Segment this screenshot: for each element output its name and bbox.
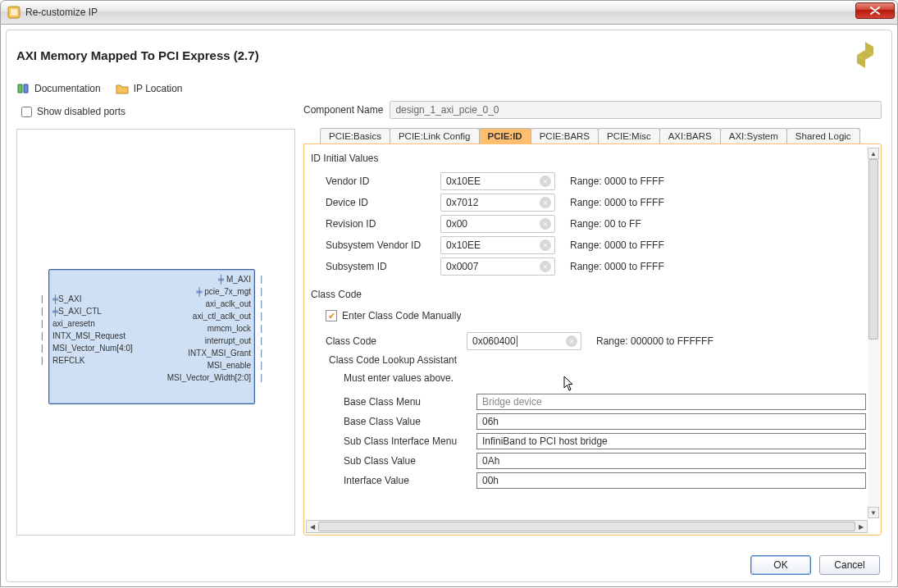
vendor-logo-icon — [849, 39, 882, 71]
id-label: Device ID — [326, 197, 440, 208]
tab-pcie-link-config[interactable]: PCIE:Link Config — [390, 128, 480, 144]
show-disabled-ports-checkbox[interactable] — [21, 107, 32, 117]
id-row: Subsystem ID0x0007×Range: 0000 to FFFF — [326, 256, 866, 277]
dialog-footer: OK Cancel — [750, 555, 880, 575]
show-disabled-ports-row: Show disabled ports — [16, 101, 295, 122]
id-value: 0x00 — [446, 218, 467, 230]
id-field[interactable]: 0x10EE× — [440, 172, 555, 190]
tab-pcie-misc[interactable]: PCIE:Misc — [598, 128, 660, 144]
window-close-button[interactable] — [855, 2, 895, 19]
vertical-scrollbar[interactable]: ▲ ▼ — [868, 148, 879, 518]
assistant-note: Must enter values above. — [344, 372, 866, 384]
assistant-value[interactable]: 06h — [476, 413, 866, 430]
horizontal-scrollbar[interactable]: ◀ ▶ — [306, 520, 868, 533]
id-range: Range: 00 to FF — [570, 218, 641, 230]
assistant-value[interactable]: Bridge device — [476, 394, 866, 410]
id-field[interactable]: 0x10EE× — [440, 236, 555, 254]
id-range: Range: 0000 to FFFF — [570, 175, 664, 187]
ip-block: ╪ M_AXI ╪ pcie_7x_mgt axi_aclk_out axi_c… — [48, 269, 255, 404]
assistant-value[interactable]: InfiniBand to PCI host bridge — [476, 433, 866, 449]
scroll-track[interactable] — [868, 159, 879, 507]
assistant-value[interactable]: 00h — [476, 472, 866, 489]
class-code-label: Class Code — [326, 335, 467, 347]
class-code-field[interactable]: 0x060400 × — [467, 332, 581, 350]
id-row: Device ID0x7012×Range: 0000 to FFFF — [326, 192, 866, 213]
port-out: ╪ pcie_7x_mgt — [196, 287, 251, 296]
documentation-link[interactable]: Documentation — [34, 83, 101, 94]
port-in: INTX_MSI_Request — [52, 331, 125, 340]
id-value: 0x10EE — [446, 175, 481, 187]
cancel-button[interactable]: Cancel — [819, 555, 880, 575]
id-value: 0x10EE — [446, 239, 481, 251]
folder-icon — [116, 83, 129, 94]
scroll-thumb[interactable] — [868, 159, 878, 340]
assistant-value[interactable]: 0Ah — [476, 453, 866, 469]
port-out: ╪ M_AXI — [218, 275, 251, 284]
component-name-row: Component Name design_1_axi_pcie_0_0 — [303, 101, 882, 119]
docbar: Documentation IP Location — [16, 83, 882, 94]
dialog-panel: AXI Memory Mapped To PCI Express (2.7) D… — [6, 30, 892, 582]
enter-class-code-checkbox[interactable] — [326, 310, 337, 321]
tab-pcie-bars[interactable]: PCIE:BARS — [531, 128, 599, 144]
id-field[interactable]: 0x00× — [440, 215, 555, 233]
clear-icon[interactable]: × — [540, 197, 551, 208]
tab-pcie-basics[interactable]: PCIE:Basics — [320, 128, 390, 144]
component-name-label: Component Name — [303, 104, 383, 116]
app-icon — [7, 6, 21, 19]
class-code-assistant: Must enter values above. Base Class Menu… — [329, 372, 866, 490]
hscroll-track[interactable] — [318, 521, 855, 532]
id-value: 0x7012 — [446, 197, 478, 208]
id-label: Subsystem Vendor ID — [326, 239, 440, 251]
scroll-left-icon[interactable]: ◀ — [307, 521, 318, 532]
class-code-range: Range: 000000 to FFFFFF — [596, 335, 713, 347]
window-title: Re-customize IP — [25, 7, 98, 18]
port-out: axi_ctl_aclk_out — [193, 312, 251, 321]
port-in: REFCLK — [52, 356, 84, 365]
clear-icon[interactable]: × — [540, 218, 551, 230]
tab-shared-logic[interactable]: Shared Logic — [786, 128, 860, 144]
tab-pcie-id[interactable]: PCIE:ID — [479, 128, 531, 144]
assistant-row: Interface Value00h — [329, 471, 866, 490]
show-disabled-ports-label: Show disabled ports — [37, 106, 125, 117]
scroll-right-icon[interactable]: ▶ — [855, 521, 867, 532]
id-field[interactable]: 0x0007× — [440, 258, 555, 276]
port-out: mmcm_lock — [207, 324, 251, 333]
page-title: AXI Memory Mapped To PCI Express (2.7) — [16, 48, 259, 62]
port-in: axi_aresetn — [52, 319, 95, 328]
clear-icon[interactable]: × — [566, 335, 577, 347]
assistant-row: Base Class Value06h — [329, 412, 866, 431]
clear-icon[interactable]: × — [540, 239, 551, 251]
component-name-value: design_1_axi_pcie_0_0 — [395, 104, 499, 116]
port-out: interrupt_out — [205, 336, 251, 345]
port-in: ╪S_AXI_CTL — [52, 307, 102, 316]
assistant-label: Sub Class Interface Menu — [344, 435, 476, 447]
id-field[interactable]: 0x7012× — [440, 194, 555, 212]
main-split: Show disabled ports ╪ M_AXI ╪ pcie_7x_mg… — [16, 101, 882, 536]
assistant-label: Base Class Menu — [344, 396, 476, 408]
id-row: Vendor ID0x10EE×Range: 0000 to FFFF — [326, 171, 866, 192]
hscroll-thumb[interactable] — [318, 522, 855, 531]
id-row: Subsystem Vendor ID0x10EE×Range: 0000 to… — [326, 235, 866, 256]
id-label: Revision ID — [326, 218, 440, 230]
tab-axi-system[interactable]: AXI:System — [720, 128, 787, 144]
scroll-up-icon[interactable]: ▲ — [868, 148, 879, 159]
title-bar: Re-customize IP — [0, 0, 898, 25]
ok-button[interactable]: OK — [750, 555, 811, 575]
scroll-down-icon[interactable]: ▼ — [868, 507, 879, 518]
ip-location-link[interactable]: IP Location — [134, 83, 183, 94]
block-diagram[interactable]: ╪ M_AXI ╪ pcie_7x_mgt axi_aclk_out axi_c… — [16, 129, 295, 536]
tab-axi-bars[interactable]: AXI:BARS — [659, 128, 721, 144]
component-name-field[interactable]: design_1_axi_pcie_0_0 — [390, 101, 882, 119]
port-out: INTX_MSI_Grant — [188, 349, 251, 358]
assistant-label: Sub Class Value — [344, 455, 476, 467]
clear-icon[interactable]: × — [540, 175, 551, 187]
assistant-label: Base Class Value — [344, 416, 476, 427]
class-code-value: 0x060400 — [472, 335, 516, 347]
clear-icon[interactable]: × — [540, 261, 551, 272]
enter-class-code-label: Enter Class Code Manually — [342, 310, 461, 321]
id-initial-values-grid: Vendor ID0x10EE×Range: 0000 to FFFFDevic… — [326, 171, 866, 277]
class-code-title: Class Code — [311, 289, 866, 300]
port-out: MSI_Vector_Width[2:0] — [167, 373, 251, 382]
tab-content: ID Initial Values Vendor ID0x10EE×Range:… — [311, 149, 866, 518]
assistant-row: Sub Class Interface MenuInfiniBand to PC… — [329, 431, 866, 451]
